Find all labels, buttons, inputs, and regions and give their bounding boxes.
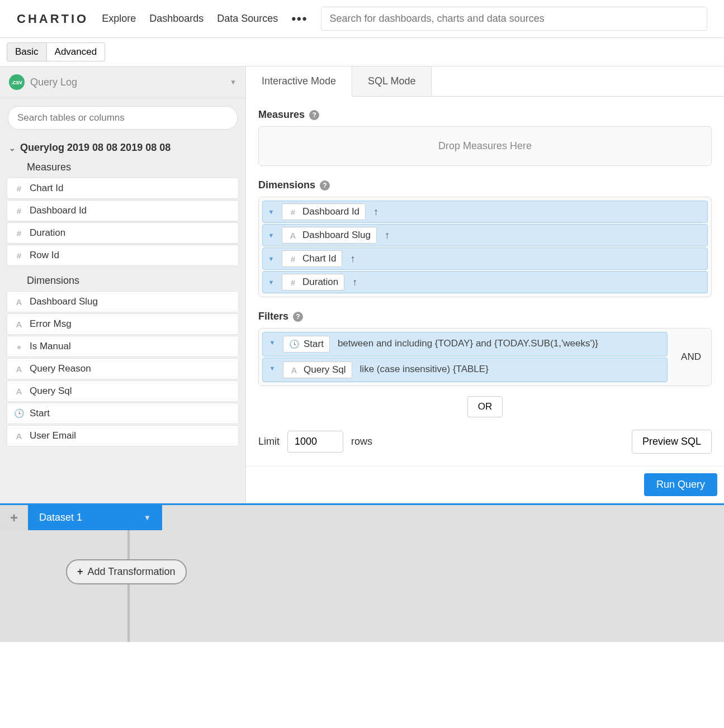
run-query-button[interactable]: Run Query [644, 473, 717, 496]
field-dashboard-id[interactable]: #Dashboard Id [7, 200, 239, 221]
field-row-id[interactable]: #Row Id [7, 245, 239, 266]
sort-asc-icon[interactable]: ↑ [381, 230, 393, 241]
field-duration[interactable]: #Duration [7, 222, 239, 244]
datasource-selector[interactable]: .csv Query Log ▼ [0, 66, 245, 98]
number-icon: # [288, 254, 298, 264]
dimensions-section-label: Dimensions [7, 272, 239, 290]
sort-asc-icon[interactable]: ↑ [349, 277, 361, 288]
help-icon[interactable]: ? [309, 110, 319, 120]
text-icon: A [14, 297, 24, 307]
field-query-sql[interactable]: AQuery Sql [7, 380, 239, 402]
nav-data-sources[interactable]: Data Sources [217, 13, 278, 25]
dataset-tab[interactable]: Dataset 1 ▼ [28, 505, 162, 530]
clock-icon: 🕓 [289, 339, 299, 349]
csv-badge-icon: .csv [9, 74, 25, 90]
more-menu-icon[interactable]: ••• [291, 12, 307, 26]
caret-down-icon: ▼ [230, 78, 236, 86]
number-icon: # [14, 229, 24, 238]
measures-dropzone[interactable]: Drop Measures Here [258, 126, 712, 166]
limit-label: Limit [258, 436, 280, 448]
text-icon: A [14, 431, 24, 441]
field-error-msg[interactable]: AError Msg [7, 313, 239, 335]
nav-dashboards[interactable]: Dashboards [149, 13, 204, 25]
tab-interactive-mode[interactable]: Interactive Mode [246, 66, 352, 97]
search-tables-input[interactable] [8, 106, 238, 130]
filter-and-label: AND [671, 351, 711, 363]
global-search-input[interactable] [321, 7, 707, 31]
plus-icon: + [77, 566, 83, 578]
add-dataset-button[interactable]: + [0, 505, 28, 530]
nav-explore[interactable]: Explore [102, 13, 136, 25]
filters-label: Filters [258, 311, 288, 322]
dataset-tab-label: Dataset 1 [39, 512, 82, 524]
text-icon: A [289, 365, 299, 375]
sort-asc-icon[interactable]: ↑ [370, 206, 382, 218]
field-start[interactable]: 🕓Start [7, 403, 239, 424]
advanced-mode-button[interactable]: Advanced [47, 42, 106, 61]
dimension-pill-chart-id[interactable]: ▼#Chart Id↑ [262, 248, 708, 270]
number-icon: # [14, 206, 24, 216]
text-icon: A [14, 320, 24, 329]
pill-menu-icon[interactable]: ▼ [266, 339, 278, 346]
pill-menu-icon[interactable]: ▼ [265, 208, 277, 215]
number-icon: # [288, 278, 298, 287]
pipeline-connector [127, 530, 130, 642]
field-is-manual[interactable]: ●Is Manual [7, 336, 239, 357]
help-icon[interactable]: ? [293, 312, 303, 322]
clock-icon: 🕓 [14, 408, 24, 418]
dimension-pill-dashboard-slug[interactable]: ▼ADashboard Slug↑ [262, 224, 708, 246]
basic-mode-button[interactable]: Basic [7, 42, 47, 61]
dimensions-dropzone[interactable]: ▼#Dashboard Id↑ ▼ADashboard Slug↑ ▼#Char… [258, 197, 712, 297]
filter-condition: like (case insensitive) {TABLE} [357, 361, 492, 377]
table-name: Querylog 2019 08 08 2019 08 08 [20, 142, 171, 154]
logo: CHARTIO [17, 12, 88, 26]
filter-condition: between and including {TODAY} and {TODAY… [334, 336, 602, 351]
number-icon: # [14, 251, 24, 260]
dimension-pill-dashboard-id[interactable]: ▼#Dashboard Id↑ [262, 201, 708, 223]
sort-asc-icon[interactable]: ↑ [347, 253, 358, 265]
datasource-name: Query Log [30, 77, 224, 88]
field-user-email[interactable]: AUser Email [7, 425, 239, 446]
measures-label: Measures [258, 109, 305, 121]
text-icon: A [288, 231, 298, 240]
text-icon: A [14, 387, 24, 396]
filter-pill-start[interactable]: ▼ 🕓Start between and including {TODAY} a… [262, 332, 668, 356]
boolean-icon: ● [14, 342, 24, 351]
dimension-pill-duration[interactable]: ▼#Duration↑ [262, 271, 708, 293]
chevron-down-icon: ⌄ [9, 144, 16, 153]
add-transformation-button[interactable]: + Add Transformation [66, 559, 187, 584]
text-icon: A [14, 364, 24, 374]
add-or-filter-button[interactable]: OR [467, 396, 503, 417]
filters-dropzone[interactable]: ▼ 🕓Start between and including {TODAY} a… [258, 328, 712, 386]
tab-sql-mode[interactable]: SQL Mode [352, 66, 432, 96]
field-dashboard-slug[interactable]: ADashboard Slug [7, 291, 239, 312]
dimensions-label: Dimensions [258, 179, 315, 191]
plus-icon: + [10, 510, 18, 526]
caret-down-icon[interactable]: ▼ [144, 513, 151, 522]
filter-pill-query-sql[interactable]: ▼ AQuery Sql like (case insensitive) {TA… [262, 358, 668, 382]
field-query-reason[interactable]: AQuery Reason [7, 358, 239, 379]
table-header[interactable]: ⌄ Querylog 2019 08 08 2019 08 08 [7, 137, 239, 158]
preview-sql-button[interactable]: Preview SQL [632, 430, 712, 454]
pill-menu-icon[interactable]: ▼ [265, 232, 277, 239]
number-icon: # [288, 207, 298, 217]
limit-input[interactable] [287, 431, 343, 453]
help-icon[interactable]: ? [320, 180, 330, 191]
rows-label: rows [351, 436, 372, 448]
pill-menu-icon[interactable]: ▼ [266, 365, 278, 372]
number-icon: # [14, 184, 24, 193]
field-chart-id[interactable]: #Chart Id [7, 178, 239, 199]
measures-section-label: Measures [7, 158, 239, 177]
pill-menu-icon[interactable]: ▼ [265, 279, 277, 286]
pill-menu-icon[interactable]: ▼ [265, 255, 277, 262]
